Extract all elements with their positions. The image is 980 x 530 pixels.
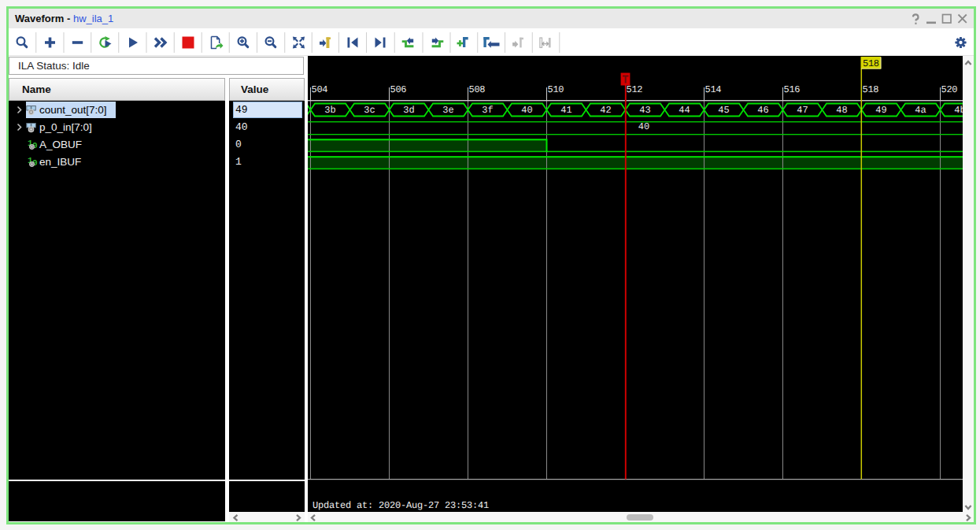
svg-text:3f: 3f	[482, 105, 493, 116]
svg-text:508: 508	[469, 84, 486, 95]
svg-text:44: 44	[679, 105, 690, 116]
svg-text:45: 45	[718, 105, 729, 116]
svg-text:3b: 3b	[324, 105, 335, 116]
svg-text:4a: 4a	[915, 105, 926, 116]
svg-text:49: 49	[875, 105, 886, 116]
svg-text:3c: 3c	[364, 105, 375, 116]
svg-text:43: 43	[639, 105, 650, 116]
svg-text:520: 520	[941, 84, 958, 95]
svg-text:518: 518	[863, 84, 879, 95]
svg-text:46: 46	[757, 105, 768, 116]
svg-text:3e: 3e	[442, 105, 453, 116]
svg-text:4b: 4b	[954, 105, 963, 116]
svg-text:518: 518	[863, 58, 879, 69]
svg-text:41: 41	[560, 105, 571, 116]
svg-text:47: 47	[797, 105, 808, 116]
svg-text:506: 506	[390, 84, 407, 95]
svg-text:512: 512	[627, 84, 643, 95]
svg-text:40: 40	[521, 105, 532, 116]
svg-text:3d: 3d	[403, 105, 414, 116]
svg-text:504: 504	[312, 84, 328, 95]
svg-text:40: 40	[638, 121, 649, 132]
svg-text:514: 514	[705, 84, 722, 95]
svg-text:48: 48	[836, 105, 847, 116]
svg-text:510: 510	[548, 84, 564, 95]
svg-text:Updated at: 2020-Aug-27 23:53:: Updated at: 2020-Aug-27 23:53:41	[312, 500, 489, 511]
svg-text:516: 516	[784, 84, 801, 95]
svg-text:42: 42	[600, 105, 611, 116]
